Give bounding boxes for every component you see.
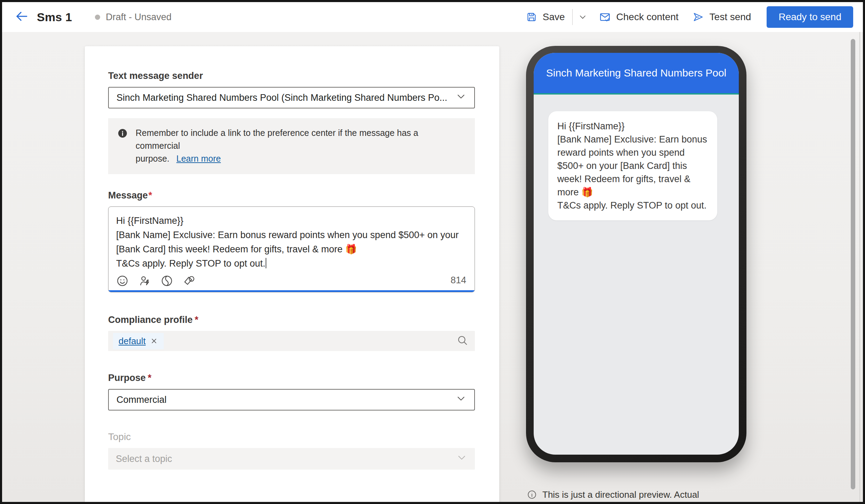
topic-field-label: Topic bbox=[108, 431, 475, 442]
phone-mockup: Sinch Marketing Shared Numbers Pool Hi {… bbox=[526, 46, 746, 462]
compliance-info-banner: Remember to include a link to the prefer… bbox=[108, 118, 475, 174]
sender-field-label: Text message sender bbox=[108, 71, 475, 81]
topic-section: Topic Select a topic bbox=[108, 431, 475, 470]
status-dot-icon bbox=[95, 15, 100, 20]
disclaimer-text: This is just a directional preview. Actu… bbox=[542, 488, 739, 504]
main-content: Text message sender Sinch Marketing Shar… bbox=[2, 32, 863, 502]
emoji-picker-button[interactable] bbox=[115, 274, 129, 288]
test-send-button[interactable]: Test send bbox=[685, 6, 758, 28]
back-arrow-icon bbox=[14, 9, 29, 25]
character-count: 814 bbox=[451, 275, 466, 286]
check-content-label: Check content bbox=[616, 11, 679, 23]
message-toolbar bbox=[115, 274, 196, 288]
info-icon bbox=[117, 128, 128, 165]
back-button[interactable] bbox=[14, 9, 29, 25]
text-cursor bbox=[266, 258, 266, 268]
scrollbar-thumb[interactable] bbox=[851, 39, 855, 489]
topic-dropdown-disabled: Select a topic bbox=[108, 448, 475, 470]
command-bar-left: Sms 1 Draft - Unsaved bbox=[14, 2, 171, 32]
bubble-line: [Bank Name] Exclusive: Earn bonus reward… bbox=[557, 133, 708, 199]
mail-check-icon bbox=[599, 11, 611, 23]
purpose-field-label: Purpose* bbox=[108, 373, 475, 383]
send-icon bbox=[692, 11, 704, 23]
save-label: Save bbox=[543, 11, 565, 23]
test-send-label: Test send bbox=[710, 11, 751, 23]
purpose-dropdown[interactable]: Commercial bbox=[108, 389, 475, 410]
sms-form-card: Text message sender Sinch Marketing Shar… bbox=[85, 46, 499, 502]
learn-more-link[interactable]: Learn more bbox=[176, 154, 221, 163]
banner-text-line1: Remember to include a link to the prefer… bbox=[136, 127, 464, 152]
compliance-chip-link[interactable]: default bbox=[119, 336, 146, 347]
message-line: Hi {{FirstName}} bbox=[116, 214, 466, 228]
message-field-label: Message* bbox=[108, 190, 475, 201]
scrollbar-track bbox=[859, 32, 860, 502]
bubble-line: T&Cs apply. Reply STOP to opt out. bbox=[557, 199, 708, 212]
remove-chip-button[interactable] bbox=[150, 337, 158, 345]
command-bar-right: Save Check content Test send Ready bbox=[519, 2, 853, 32]
required-asterisk: * bbox=[148, 373, 152, 383]
save-icon bbox=[526, 11, 537, 23]
purpose-dropdown-value: Commercial bbox=[116, 395, 167, 405]
chevron-down-icon bbox=[578, 13, 587, 22]
message-line: T&Cs apply. Reply STOP to opt out. bbox=[116, 257, 466, 271]
save-split-button[interactable] bbox=[573, 6, 592, 28]
search-icon[interactable] bbox=[456, 334, 469, 348]
dynamic-content-button[interactable] bbox=[160, 274, 174, 288]
personalize-button[interactable] bbox=[138, 274, 152, 288]
message-textarea[interactable]: Hi {{FirstName}} [Bank Name] Exclusive: … bbox=[108, 206, 475, 292]
info-outline-icon bbox=[527, 490, 537, 504]
compliance-profile-field[interactable]: default bbox=[108, 331, 475, 351]
chevron-down-icon bbox=[456, 452, 467, 466]
save-button[interactable]: Save bbox=[519, 6, 572, 28]
chevron-down-icon bbox=[455, 393, 467, 407]
compliance-chip: default bbox=[113, 333, 164, 349]
compliance-field-label: Compliance profile* bbox=[108, 315, 475, 325]
phone-header: Sinch Marketing Shared Numbers Pool bbox=[534, 53, 739, 95]
sender-dropdown[interactable]: Sinch Marketing Shared Numbers Pool (Sin… bbox=[108, 87, 475, 108]
preview-disclaimer: This is just a directional preview. Actu… bbox=[527, 488, 739, 504]
chevron-down-icon bbox=[455, 91, 467, 105]
required-asterisk: * bbox=[148, 190, 152, 201]
focus-underline bbox=[108, 290, 475, 292]
command-divider bbox=[572, 9, 573, 25]
message-section: Message* Hi {{FirstName}} [Bank Name] Ex… bbox=[108, 190, 475, 292]
check-content-button[interactable]: Check content bbox=[592, 6, 685, 28]
ready-to-send-button[interactable]: Ready to send bbox=[767, 6, 853, 28]
purpose-section: Purpose* Commercial bbox=[108, 373, 475, 410]
banner-text-line2: purpose.Learn more bbox=[136, 152, 464, 165]
offer-tag-button[interactable] bbox=[182, 274, 196, 288]
sms-preview-bubble: Hi {{FirstName}} [Bank Name] Exclusive: … bbox=[548, 111, 717, 220]
message-line: [Bank Name] Exclusive: Earn bonus reward… bbox=[116, 228, 466, 257]
required-asterisk: * bbox=[195, 315, 199, 325]
preview-pane: Sinch Marketing Shared Numbers Pool Hi {… bbox=[501, 32, 863, 502]
phone-header-title: Sinch Marketing Shared Numbers Pool bbox=[546, 67, 727, 79]
banner-text: Remember to include a link to the prefer… bbox=[136, 127, 464, 165]
phone-screen: Sinch Marketing Shared Numbers Pool Hi {… bbox=[534, 53, 739, 455]
command-bar: Sms 1 Draft - Unsaved Save Check bbox=[2, 2, 863, 32]
compliance-section: Compliance profile* default bbox=[108, 315, 475, 351]
sender-dropdown-value: Sinch Marketing Shared Numbers Pool (Sin… bbox=[116, 92, 447, 103]
status-badge: Draft - Unsaved bbox=[106, 12, 171, 23]
sms-editor-window: Sms 1 Draft - Unsaved Save Check bbox=[0, 0, 865, 504]
page-title: Sms 1 bbox=[37, 10, 72, 24]
message-text: Hi {{FirstName}} [Bank Name] Exclusive: … bbox=[108, 207, 475, 271]
topic-placeholder: Select a topic bbox=[116, 454, 172, 464]
bubble-line: Hi {{FirstName}} bbox=[557, 120, 708, 133]
